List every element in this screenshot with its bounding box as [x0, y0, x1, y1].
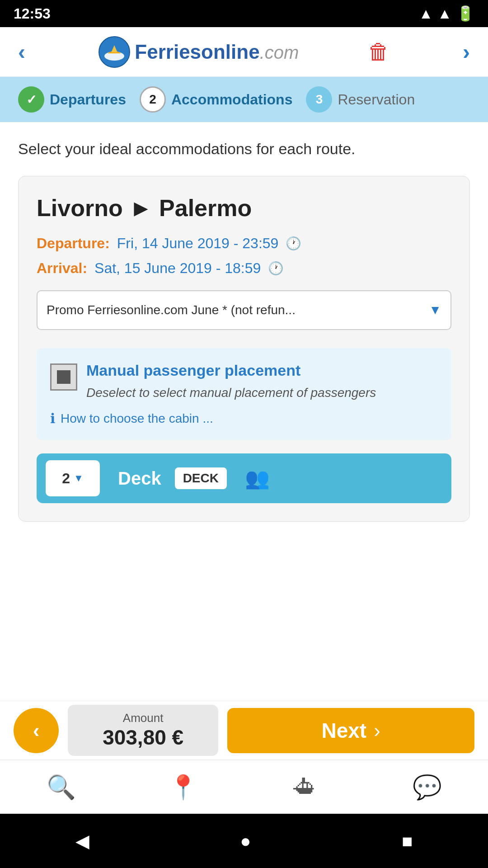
main-content: Select your ideal accommodations for eac… — [0, 122, 488, 522]
location-icon: 📍 — [169, 774, 198, 801]
checkbox-text-area: Manual passenger placement Deselect to s… — [86, 362, 376, 401]
amount-box: Amount 303,80 € — [68, 705, 218, 756]
promo-dropdown-row: Promo Ferriesonline.com June * (not refu… — [37, 290, 451, 330]
ferry-icon: ⛴ — [293, 774, 317, 801]
info-link-row: ℹ How to choose the cabin ... — [50, 410, 438, 426]
deck-label: Deck — [118, 468, 161, 489]
status-icons: ▲ ▲ 🔋 — [419, 5, 474, 22]
info-icon: ℹ — [50, 410, 55, 426]
route-arrow: ► — [129, 195, 152, 221]
deck-quantity-box[interactable]: 2 ▼ — [46, 460, 100, 496]
android-back-button[interactable]: ◀ — [75, 830, 89, 851]
nav-ferry[interactable]: ⛴ — [282, 774, 328, 801]
route-card: Livorno ► Palermo Departure: Fri, 14 Jun… — [18, 176, 470, 522]
deck-quantity-value: 2 — [62, 470, 70, 487]
next-button[interactable]: Next › — [227, 708, 474, 753]
android-home-button[interactable]: ● — [240, 831, 251, 851]
cabin-info-link[interactable]: How to choose the cabin ... — [61, 411, 213, 426]
next-button-icon: › — [374, 719, 380, 742]
departure-clock-icon: 🕐 — [286, 236, 301, 251]
dropdown-arrow-icon: ▼ — [429, 303, 441, 317]
step-departures: ✓ Departures — [18, 86, 126, 113]
wifi-icon: ▲ — [419, 5, 433, 22]
step-reservation: 3 Reservation — [306, 86, 415, 113]
step-accommodations: 2 Accommodations — [140, 86, 292, 113]
manual-placement-checkbox[interactable] — [50, 363, 77, 391]
android-recent-button[interactable]: ■ — [402, 831, 413, 851]
trash-button[interactable]: 🗑 — [368, 39, 389, 64]
android-nav: ◀ ● ■ — [0, 814, 488, 868]
logo-icon — [99, 36, 130, 68]
step-accommodations-label: Accommodations — [171, 91, 292, 108]
route-origin: Livorno — [37, 195, 123, 221]
arrival-clock-icon: 🕐 — [268, 261, 284, 276]
nav-back-button[interactable]: ‹ — [14, 35, 30, 69]
arrival-value: Sat, 15 June 2019 - 18:59 — [94, 260, 261, 277]
back-button[interactable]: ‹ — [14, 708, 59, 753]
amount-label: Amount — [81, 711, 205, 725]
nav-forward-button[interactable]: › — [458, 35, 474, 69]
status-time: 12:53 — [14, 5, 51, 22]
logo-text: Ferriesonline.com — [135, 41, 299, 63]
promo-dropdown-value: Promo Ferriesonline.com June * (not refu… — [47, 303, 424, 317]
checkbox-label: Manual passenger placement — [86, 362, 376, 379]
status-bar: 12:53 ▲ ▲ 🔋 — [0, 0, 488, 27]
bottom-nav: 🔍 📍 ⛴ 💬 — [0, 760, 488, 814]
next-button-label: Next — [321, 718, 366, 743]
battery-icon: 🔋 — [456, 5, 474, 22]
step-reservation-circle: 3 — [306, 86, 332, 113]
logo-area: Ferriesonline.com — [99, 36, 299, 68]
checkbox-row: Manual passenger placement Deselect to s… — [50, 362, 438, 401]
search-icon: 🔍 — [47, 774, 76, 801]
top-nav: ‹ Ferriesonline.com 🗑 › — [0, 27, 488, 77]
bottom-action-bar: ‹ Amount 303,80 € Next › — [0, 701, 488, 760]
step-departures-circle: ✓ — [18, 86, 44, 113]
steps-bar: ✓ Departures 2 Accommodations 3 Reservat… — [0, 77, 488, 122]
route-title: Livorno ► Palermo — [37, 194, 451, 222]
checkbox-description: Deselect to select manual placement of p… — [86, 384, 376, 401]
deck-badge: DECK — [175, 467, 227, 489]
step-reservation-label: Reservation — [338, 91, 415, 108]
departure-label: Departure: — [37, 235, 110, 252]
chat-icon: 💬 — [413, 774, 442, 801]
step-accommodations-circle: 2 — [140, 86, 166, 113]
manual-placement-section: Manual passenger placement Deselect to s… — [37, 348, 451, 440]
nav-chat[interactable]: 💬 — [404, 774, 450, 801]
checkbox-inner — [57, 370, 70, 384]
deck-selector: 2 ▼ Deck DECK 👥 — [37, 453, 451, 503]
amount-value: 303,80 € — [81, 725, 205, 750]
passengers-icon: 👥 — [245, 467, 270, 490]
arrival-label: Arrival: — [37, 260, 87, 277]
route-destination: Palermo — [159, 195, 252, 221]
arrival-row: Arrival: Sat, 15 June 2019 - 18:59 🕐 — [37, 260, 451, 277]
subtitle: Select your ideal accommodations for eac… — [18, 140, 470, 158]
departure-row: Departure: Fri, 14 June 2019 - 23:59 🕐 — [37, 235, 451, 252]
deck-quantity-arrow-icon: ▼ — [74, 472, 84, 484]
nav-location[interactable]: 📍 — [160, 774, 206, 801]
signal-icon: ▲ — [437, 5, 452, 22]
nav-search[interactable]: 🔍 — [38, 774, 84, 801]
step-departures-label: Departures — [50, 91, 126, 108]
promo-dropdown[interactable]: Promo Ferriesonline.com June * (not refu… — [37, 290, 451, 330]
back-button-icon: ‹ — [33, 719, 40, 742]
departure-value: Fri, 14 June 2019 - 23:59 — [117, 235, 279, 252]
